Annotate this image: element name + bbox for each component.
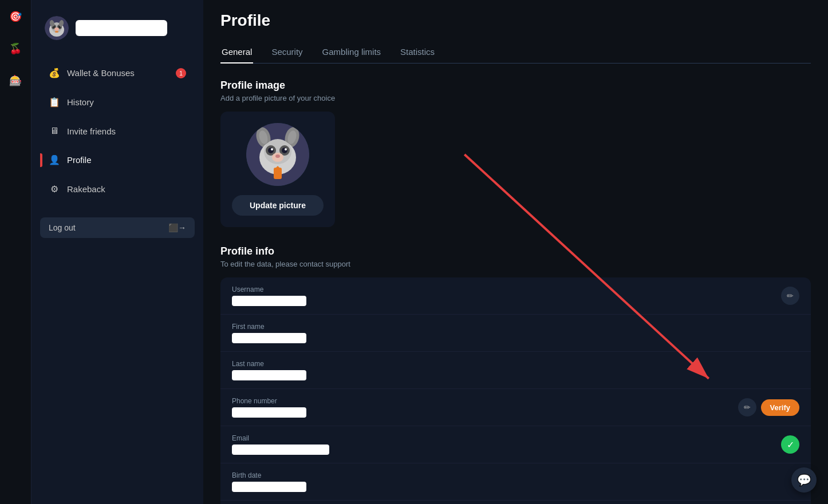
- wallet-icon: 💰: [49, 68, 60, 78]
- field-phone: Phone number ✏ Verify: [220, 389, 811, 426]
- svg-rect-10: [55, 31, 58, 33]
- email-value: [232, 445, 329, 455]
- svg-point-22: [268, 148, 274, 153]
- rakeback-icon: ⚙: [49, 184, 60, 195]
- profile-image-title: Profile image: [220, 80, 811, 92]
- sidebar-history-label: History: [67, 97, 94, 107]
- main-content: Profile General Security Gambling limits…: [203, 0, 828, 504]
- tabs-bar: General Security Gambling limits Statist…: [220, 41, 811, 64]
- email-verified-badge: ✓: [781, 435, 799, 454]
- field-lastname: Last name: [220, 352, 811, 389]
- birthdate-value: [232, 482, 306, 492]
- logo-icon-item[interactable]: 🎯: [5, 6, 26, 27]
- sidebar-item-wallet[interactable]: 💰 Wallet & Bonuses 1: [40, 61, 195, 85]
- history-icon: 📋: [49, 97, 60, 108]
- birthdate-label: Birth date: [232, 471, 799, 479]
- firstname-value: [232, 333, 306, 343]
- sidebar: 💰 Wallet & Bonuses 1 📋 History 🖥 Invite …: [31, 0, 203, 504]
- phone-action: ✏ Verify: [738, 398, 799, 416]
- username-display: [76, 20, 167, 36]
- sidebar-invite-label: Invite friends: [67, 126, 116, 136]
- sidebar-wallet-label: Wallet & Bonuses: [67, 68, 135, 78]
- svg-point-25: [285, 148, 287, 150]
- chat-button[interactable]: 💬: [791, 467, 817, 493]
- field-firstname: First name: [220, 315, 811, 352]
- svg-point-27: [275, 154, 280, 158]
- page-title: Profile: [220, 11, 811, 30]
- tab-general[interactable]: General: [220, 41, 253, 64]
- phone-edit-button[interactable]: ✏: [738, 398, 756, 416]
- field-email: Email ✓: [220, 426, 811, 463]
- tab-security[interactable]: Security: [270, 41, 303, 64]
- phone-value: [232, 407, 306, 418]
- lastname-value: [232, 370, 306, 380]
- phone-verify-button[interactable]: Verify: [761, 399, 799, 416]
- tab-statistics[interactable]: Statistics: [399, 41, 436, 64]
- sidebar-rakeback-label: Rakeback: [67, 184, 105, 194]
- field-gender[interactable]: Gender ∨: [220, 501, 811, 504]
- slots-icon-item[interactable]: 🎰: [5, 70, 26, 92]
- email-label: Email: [232, 434, 799, 442]
- profile-info-subtitle: To edit the data, please contact support: [220, 260, 811, 268]
- avatar-large: [246, 123, 309, 186]
- profile-image-box: Update picture: [220, 112, 335, 227]
- cherry-icon-item[interactable]: 🍒: [5, 38, 26, 59]
- svg-point-24: [271, 148, 273, 150]
- username-edit-button[interactable]: ✏: [781, 287, 799, 305]
- sidebar-item-history[interactable]: 📋 History: [40, 90, 195, 114]
- sidebar-item-profile[interactable]: 👤 Profile: [40, 148, 195, 172]
- tab-gambling-limits[interactable]: Gambling limits: [321, 41, 383, 64]
- phone-label: Phone number: [232, 397, 799, 405]
- sidebar-profile-label: Profile: [67, 155, 92, 165]
- profile-info-title: Profile info: [220, 245, 811, 257]
- svg-point-7: [54, 27, 59, 31]
- username-value: [232, 296, 306, 306]
- wallet-badge: 1: [176, 68, 186, 78]
- svg-point-23: [282, 148, 287, 153]
- profile-info-section: Profile info To edit the data, please co…: [220, 245, 811, 504]
- firstname-label: First name: [232, 323, 799, 331]
- invite-icon: 🖥: [49, 126, 60, 136]
- username-action: ✏: [781, 287, 799, 305]
- profile-fields: Username ✏ First name Last name Phone nu…: [220, 277, 811, 504]
- avatar: [45, 16, 69, 40]
- profile-icon: 👤: [49, 154, 60, 165]
- logout-label: Log out: [49, 223, 76, 232]
- logout-button[interactable]: Log out ⬛→: [40, 217, 195, 238]
- sidebar-item-invite[interactable]: 🖥 Invite friends: [40, 119, 195, 143]
- sidebar-item-rakeback[interactable]: ⚙ Rakeback: [40, 177, 195, 201]
- email-action: ✓: [781, 435, 799, 454]
- field-username: Username ✏: [220, 277, 811, 315]
- update-picture-button[interactable]: Update picture: [232, 195, 324, 216]
- lastname-label: Last name: [232, 360, 799, 368]
- icon-bar: 🎯 🍒 🎰 🎧: [0, 0, 31, 504]
- username-label: Username: [232, 285, 799, 293]
- sidebar-user: [40, 11, 195, 45]
- logout-icon: ⬛→: [168, 223, 186, 232]
- profile-image-subtitle: Add a profile picture of your choice: [220, 94, 811, 102]
- field-birthdate: Birth date: [220, 463, 811, 501]
